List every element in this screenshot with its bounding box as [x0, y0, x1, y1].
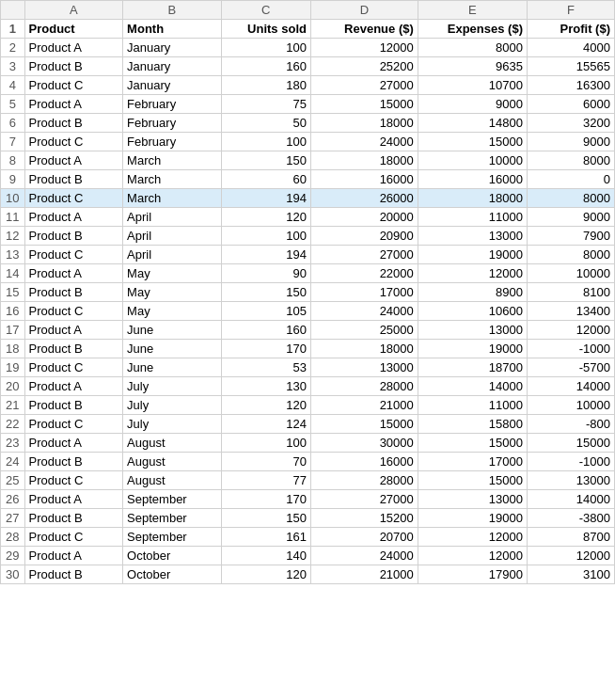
cell-product[interactable]: Product C: [24, 189, 123, 208]
cell-units-sold[interactable]: 160: [221, 321, 310, 340]
cell-revenue[interactable]: 27000: [310, 76, 418, 95]
cell-expenses[interactable]: 9000: [418, 95, 527, 114]
cell-profit[interactable]: 8700: [527, 528, 614, 547]
cell-product[interactable]: Product A: [24, 95, 123, 114]
cell-revenue[interactable]: 24000: [310, 302, 418, 321]
cell-expenses[interactable]: 13000: [418, 321, 527, 340]
cell-expenses[interactable]: 13000: [418, 227, 527, 246]
cell-revenue[interactable]: 18000: [310, 151, 418, 170]
cell-month[interactable]: January: [123, 57, 222, 76]
cell-revenue[interactable]: 21000: [310, 396, 418, 415]
cell-units-sold[interactable]: 150: [221, 283, 310, 302]
cell-month[interactable]: March: [123, 151, 222, 170]
cell-profit[interactable]: -800: [527, 415, 614, 434]
cell-revenue[interactable]: 17000: [310, 283, 418, 302]
cell-units-sold[interactable]: 180: [221, 76, 310, 95]
cell-month[interactable]: October: [123, 547, 222, 565]
cell-revenue[interactable]: 27000: [310, 246, 418, 264]
cell-revenue[interactable]: 24000: [310, 547, 418, 565]
cell-product[interactable]: Product A: [24, 151, 123, 170]
cell-revenue[interactable]: 25000: [310, 321, 418, 340]
cell-units-sold[interactable]: 70: [221, 453, 310, 471]
cell-month[interactable]: April: [123, 227, 222, 246]
cell-revenue[interactable]: 16000: [310, 453, 418, 471]
col-header-d[interactable]: D: [310, 1, 418, 20]
cell-month[interactable]: July: [123, 396, 222, 415]
cell-product[interactable]: Product C: [24, 415, 123, 434]
cell-profit[interactable]: -3800: [527, 509, 614, 528]
cell-units-sold[interactable]: 120: [221, 208, 310, 227]
cell-month[interactable]: June: [123, 358, 222, 377]
cell-profit[interactable]: 9000: [527, 133, 614, 151]
cell-month[interactable]: August: [123, 434, 222, 453]
cell-profit[interactable]: 10000: [527, 396, 614, 415]
cell-profit[interactable]: 15000: [527, 434, 614, 453]
cell-revenue[interactable]: 18000: [310, 340, 418, 358]
cell-product[interactable]: Product B: [24, 565, 123, 584]
cell-profit[interactable]: -1000: [527, 340, 614, 358]
cell-product[interactable]: Product A: [24, 490, 123, 509]
cell-profit[interactable]: 10000: [527, 264, 614, 283]
cell-expenses[interactable]: 13000: [418, 490, 527, 509]
cell-expenses[interactable]: 16000: [418, 170, 527, 189]
cell-revenue[interactable]: 21000: [310, 565, 418, 584]
cell-profit[interactable]: 14000: [527, 377, 614, 396]
cell-units-sold[interactable]: 170: [221, 340, 310, 358]
cell-month[interactable]: March: [123, 170, 222, 189]
cell-units-sold[interactable]: 60: [221, 170, 310, 189]
cell-month[interactable]: July: [123, 377, 222, 396]
cell-expenses[interactable]: 9635: [418, 57, 527, 76]
cell-expenses[interactable]: 19000: [418, 246, 527, 264]
cell-month[interactable]: March: [123, 189, 222, 208]
cell-month[interactable]: May: [123, 283, 222, 302]
cell-month[interactable]: January: [123, 39, 222, 57]
cell-month[interactable]: June: [123, 340, 222, 358]
cell-product[interactable]: Product A: [24, 321, 123, 340]
cell-month[interactable]: September: [123, 490, 222, 509]
cell-profit[interactable]: 8000: [527, 151, 614, 170]
cell-expenses[interactable]: 12000: [418, 528, 527, 547]
cell-units-sold[interactable]: 100: [221, 434, 310, 453]
header-month[interactable]: Month: [123, 20, 222, 39]
cell-expenses[interactable]: 12000: [418, 547, 527, 565]
cell-profit[interactable]: 7900: [527, 227, 614, 246]
cell-revenue[interactable]: 15200: [310, 509, 418, 528]
cell-profit[interactable]: -1000: [527, 453, 614, 471]
cell-month[interactable]: April: [123, 208, 222, 227]
header-product[interactable]: Product: [24, 20, 123, 39]
cell-product[interactable]: Product B: [24, 170, 123, 189]
cell-product[interactable]: Product B: [24, 340, 123, 358]
cell-units-sold[interactable]: 124: [221, 415, 310, 434]
cell-expenses[interactable]: 19000: [418, 340, 527, 358]
cell-revenue[interactable]: 13000: [310, 358, 418, 377]
cell-units-sold[interactable]: 120: [221, 565, 310, 584]
col-header-e[interactable]: E: [418, 1, 527, 20]
cell-expenses[interactable]: 14000: [418, 377, 527, 396]
cell-units-sold[interactable]: 140: [221, 547, 310, 565]
cell-units-sold[interactable]: 130: [221, 377, 310, 396]
cell-revenue[interactable]: 15000: [310, 415, 418, 434]
cell-product[interactable]: Product B: [24, 57, 123, 76]
cell-revenue[interactable]: 15000: [310, 95, 418, 114]
cell-expenses[interactable]: 15000: [418, 471, 527, 490]
cell-product[interactable]: Product A: [24, 547, 123, 565]
cell-product[interactable]: Product C: [24, 133, 123, 151]
cell-product[interactable]: Product C: [24, 358, 123, 377]
cell-month[interactable]: April: [123, 246, 222, 264]
cell-product[interactable]: Product A: [24, 264, 123, 283]
cell-product[interactable]: Product C: [24, 528, 123, 547]
header-profit[interactable]: Profit ($): [527, 20, 614, 39]
cell-units-sold[interactable]: 50: [221, 114, 310, 133]
cell-expenses[interactable]: 11000: [418, 396, 527, 415]
cell-revenue[interactable]: 22000: [310, 264, 418, 283]
cell-units-sold[interactable]: 194: [221, 246, 310, 264]
cell-month[interactable]: February: [123, 133, 222, 151]
cell-month[interactable]: February: [123, 95, 222, 114]
cell-profit[interactable]: 8000: [527, 189, 614, 208]
cell-profit[interactable]: 13000: [527, 471, 614, 490]
cell-revenue[interactable]: 18000: [310, 114, 418, 133]
col-header-c[interactable]: C: [221, 1, 310, 20]
cell-profit[interactable]: 3200: [527, 114, 614, 133]
cell-product[interactable]: Product B: [24, 396, 123, 415]
header-revenue[interactable]: Revenue ($): [310, 20, 418, 39]
